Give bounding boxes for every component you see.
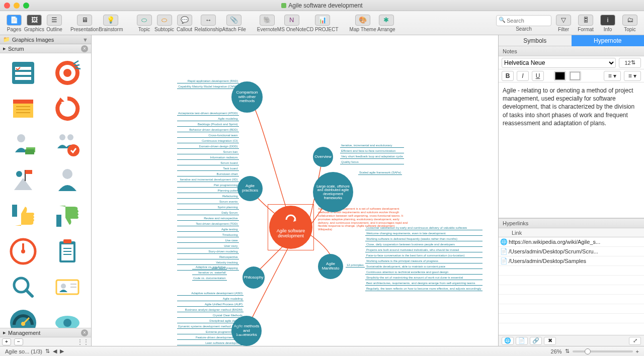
leaf-node[interactable]: Review and retrospective [177,217,239,221]
leaf-node[interactable]: Scrum events [177,200,239,204]
leaf-node[interactable]: Customer satisfaction by early and conti… [365,226,482,230]
remove-link-button[interactable]: ✖ [544,337,556,345]
font-select[interactable]: Helvetica Neue [502,58,616,68]
leaf-node[interactable]: Continuous attention to technical excell… [365,271,482,275]
hyperlink-row[interactable]: 🌐https://en.wikipedia.org/wiki/Agile_s..… [499,237,644,247]
leaf-node[interactable]: Continuous integration (CI) [177,139,239,143]
expand-button[interactable]: ⤢ [629,337,641,345]
clip-clock-icon[interactable] [3,235,43,268]
node-largescale[interactable]: Large-scale, offshore and distributed ag… [313,172,353,212]
bold-button[interactable]: B [502,71,514,81]
page-stepper-icon[interactable]: ⇅ [45,348,50,354]
leaf-node[interactable]: Adaptive vs. predictive [192,265,227,270]
add-filelink-button[interactable]: 📄 [516,337,528,345]
cdproject-button[interactable]: 📊CD PROJECT [306,13,339,33]
clip-idcard-icon[interactable] [47,271,88,303]
italic-button[interactable]: I [517,71,529,81]
leaf-node[interactable]: Code vs. documentation [192,277,227,281]
leaf-node[interactable]: Iterative, incremental and evolutionary [340,144,404,148]
leaf-node[interactable]: Retrospective [177,255,239,259]
leaf-node[interactable]: Feature-driven development (FDD) [177,336,244,340]
info-button[interactable]: iInfo [598,13,618,33]
leaf-node[interactable]: Regularly, the team reflects on how to b… [365,287,482,291]
leaf-node[interactable]: Daily Scrum [177,211,239,215]
add-topiclink-button[interactable]: 🔗 [530,337,542,345]
leaf-node[interactable]: Business analyst designer method (BADM) [177,308,244,312]
fill-color-button[interactable] [569,71,581,81]
leaf-node[interactable]: Efficient and face-to-face communication [340,149,404,153]
leaf-node[interactable]: Agile testing [177,228,239,232]
node-central[interactable]: Agile software development [269,206,312,249]
leaf-node[interactable]: Information radiators [177,156,239,160]
leaf-node[interactable]: Agile modeling [177,297,244,301]
clip-eye-icon[interactable] [47,306,88,328]
clip-thumbdown-icon[interactable] [3,199,43,232]
table-row[interactable] [499,314,644,323]
leaf-node[interactable]: Story-driven modeling [177,250,239,254]
pages-button[interactable]: 📄Pages [4,13,24,33]
attach-file-button[interactable]: 📎Attach File [222,13,246,33]
graphics-button[interactable]: 🖼Graphics [24,13,44,33]
leaf-node[interactable]: Face-to-face conversation is the best fo… [365,254,482,258]
leaf-node[interactable]: Iterative vs. waterfall [192,271,227,275]
leaf-node[interactable]: Working software is the principal measur… [365,259,482,263]
leaf-node[interactable]: Rapid application development (RAD) [177,79,239,83]
table-row[interactable] [499,276,644,285]
underline-button[interactable]: U [532,71,544,81]
leaf-node[interactable]: Very short feedback loop and adaptation … [340,155,404,159]
clip-note-icon[interactable] [3,92,43,125]
table-row[interactable] [499,266,644,276]
clip-clipboard-icon[interactable] [47,235,88,268]
leaf-node[interactable]: Iterative and incremental development (I… [177,178,239,182]
graphics-category-scrum[interactable]: ▸ Scrum× [0,44,91,53]
leaf-node[interactable]: Welcome changing requirements, even in l… [365,232,482,236]
leaf-node[interactable]: Capability Maturity Model Integration (C… [177,85,239,89]
minimize-icon[interactable] [14,3,20,9]
clip-cycle-icon[interactable] [47,92,88,125]
table-row[interactable] [499,295,644,304]
clip-magnifier-icon[interactable] [3,271,43,303]
topic-button[interactable]: ⬭Topic [134,13,154,33]
clip-gauge-icon[interactable] [3,306,43,328]
leaf-node[interactable]: Agile modeling [177,117,239,121]
text-color-button[interactable] [554,71,566,81]
leaf-node[interactable]: Lean software development [177,341,244,345]
leaf-node[interactable]: Planning poker [177,189,239,193]
close-icon[interactable]: × [81,329,88,336]
leaf-node[interactable]: Sustainable development, able to maintai… [365,265,482,269]
node-practices[interactable]: Agile practices [237,176,263,201]
page-indicator[interactable]: Agile so... (1/3) [5,348,42,354]
leaf-node[interactable]: Acceptance test-driven development (ATDD… [177,112,239,116]
presentation-button[interactable]: 🖥Presentation [70,13,99,33]
leaf-node[interactable]: Sprint planning [177,206,239,210]
leaf-node[interactable]: Backlogs (Product and Sprint) [177,123,239,127]
leaf-node[interactable]: Cross-functional team [177,134,239,138]
callout-button[interactable]: 💬Callout [175,13,195,33]
topic-panel-button[interactable]: 🗂Topic [620,13,640,33]
clip-user-money-icon[interactable] [3,128,43,160]
font-size-stepper[interactable]: 12 ⇅ [619,58,641,68]
leaf-node[interactable]: Projects are built around motivated indi… [365,248,482,252]
add-weblink-button[interactable]: 🌐 [502,337,514,345]
zoom-icon[interactable] [23,3,29,9]
leaf-node[interactable]: Agile Unified Process (AUP) [177,303,244,307]
graphics-panel-header[interactable]: 📁 Graphics Images▼ [0,35,91,44]
zoom-stepper-icon[interactable]: ⇅ [565,348,570,354]
leaf-node[interactable]: Adaptive software development (ASD) [177,292,244,296]
leaf-node[interactable]: Best architectures, requirements, and de… [365,282,482,286]
brainstorm-button[interactable]: 💡Brainstorm [99,13,123,33]
close-icon[interactable] [4,3,10,9]
leaf-node[interactable]: Close, daily cooperation between busines… [365,243,482,247]
leaf-node[interactable]: Scrum ban [177,150,239,154]
node-manifesto[interactable]: Agile Manifesto [318,254,343,279]
zoom-in-icon[interactable]: + [636,348,639,354]
onenote-button[interactable]: NMS OneNote [277,13,306,33]
node-philosophy[interactable]: Philosophy [243,266,265,289]
clip-team-gear-icon[interactable] [47,128,88,160]
filter-button[interactable]: ▽Filter [553,13,574,33]
outline-button[interactable]: ☰Outline [44,13,64,33]
leaf-node[interactable]: Domain-driven design (DDD) [177,145,239,149]
search-input[interactable] [496,15,551,26]
leaf-node[interactable]: Disciplined agile delivery [177,319,244,323]
clip-user-icon[interactable] [47,163,88,196]
